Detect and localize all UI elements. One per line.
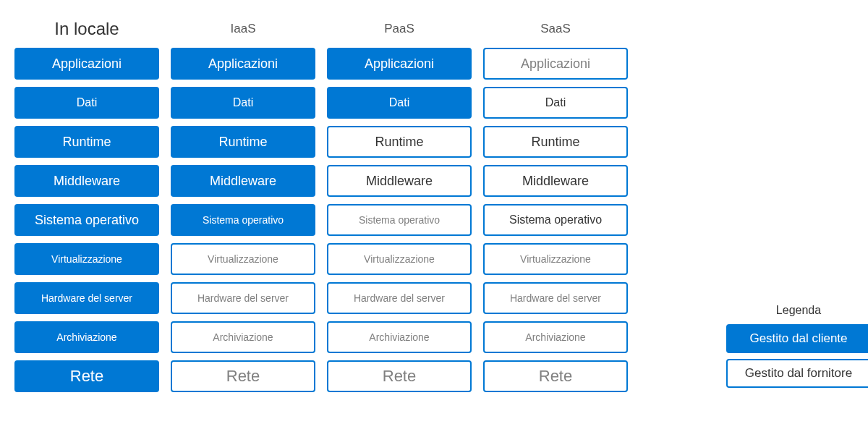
layer-cell: Runtime bbox=[14, 126, 159, 158]
layer-cell: Sistema operativo bbox=[14, 204, 159, 236]
layer-cell: Sistema operativo bbox=[483, 204, 628, 236]
legend-item: Gestito dal cliente bbox=[726, 324, 868, 353]
layer-cell: Virtualizzazione bbox=[14, 243, 159, 275]
layer-cell: Dati bbox=[483, 87, 628, 119]
layer-cell: Middleware bbox=[327, 165, 472, 197]
column-header: PaaS bbox=[327, 14, 472, 43]
layer-cell: Applicazioni bbox=[171, 48, 315, 80]
layer-cell: Applicazioni bbox=[483, 48, 628, 80]
column-1: IaaSApplicazioniDatiRuntimeMiddlewareSis… bbox=[171, 14, 315, 399]
layer-cell: Applicazioni bbox=[14, 48, 159, 80]
layer-cell: Hardware del server bbox=[14, 282, 159, 314]
layer-cell: Dati bbox=[14, 87, 159, 119]
layer-cell: Hardware del server bbox=[327, 282, 472, 314]
legend: Legenda Gestito dal clienteGestito dal f… bbox=[726, 304, 868, 399]
column-2: PaaSApplicazioniDatiRuntimeMiddlewareSis… bbox=[327, 14, 472, 399]
layer-cell: Rete bbox=[327, 360, 472, 392]
layer-cell: Rete bbox=[14, 360, 159, 392]
layer-cell: Dati bbox=[327, 87, 472, 119]
layer-cell: Applicazioni bbox=[327, 48, 472, 80]
column-header: In locale bbox=[14, 14, 159, 43]
layer-cell: Archiviazione bbox=[171, 321, 315, 353]
layer-cell: Sistema operativo bbox=[327, 204, 472, 236]
legend-item: Gestito dal fornitore bbox=[726, 359, 868, 388]
layer-cell: Archiviazione bbox=[483, 321, 628, 353]
layer-cell: Runtime bbox=[483, 126, 628, 158]
layer-cell: Rete bbox=[483, 360, 628, 392]
column-0: In localeApplicazioniDatiRuntimeMiddlewa… bbox=[14, 14, 159, 399]
layer-cell: Virtualizzazione bbox=[327, 243, 472, 275]
diagram-container: In localeApplicazioniDatiRuntimeMiddlewa… bbox=[14, 14, 854, 399]
column-3: SaaSApplicazioniDatiRuntimeMiddlewareSis… bbox=[483, 14, 628, 399]
column-header: IaaS bbox=[171, 14, 315, 43]
layer-cell: Middleware bbox=[483, 165, 628, 197]
layer-cell: Runtime bbox=[171, 126, 315, 158]
layer-cell: Archiviazione bbox=[327, 321, 472, 353]
layer-cell: Hardware del server bbox=[483, 282, 628, 314]
legend-title: Legenda bbox=[776, 304, 821, 317]
layer-cell: Middleware bbox=[171, 165, 315, 197]
layer-cell: Dati bbox=[171, 87, 315, 119]
layer-cell: Archiviazione bbox=[14, 321, 159, 353]
layer-cell: Sistema operativo bbox=[171, 204, 315, 236]
column-header: SaaS bbox=[483, 14, 628, 43]
layer-cell: Rete bbox=[171, 360, 315, 392]
layer-cell: Hardware del server bbox=[171, 282, 315, 314]
layer-cell: Virtualizzazione bbox=[483, 243, 628, 275]
layer-cell: Runtime bbox=[327, 126, 472, 158]
layer-cell: Middleware bbox=[14, 165, 159, 197]
layer-cell: Virtualizzazione bbox=[171, 243, 315, 275]
